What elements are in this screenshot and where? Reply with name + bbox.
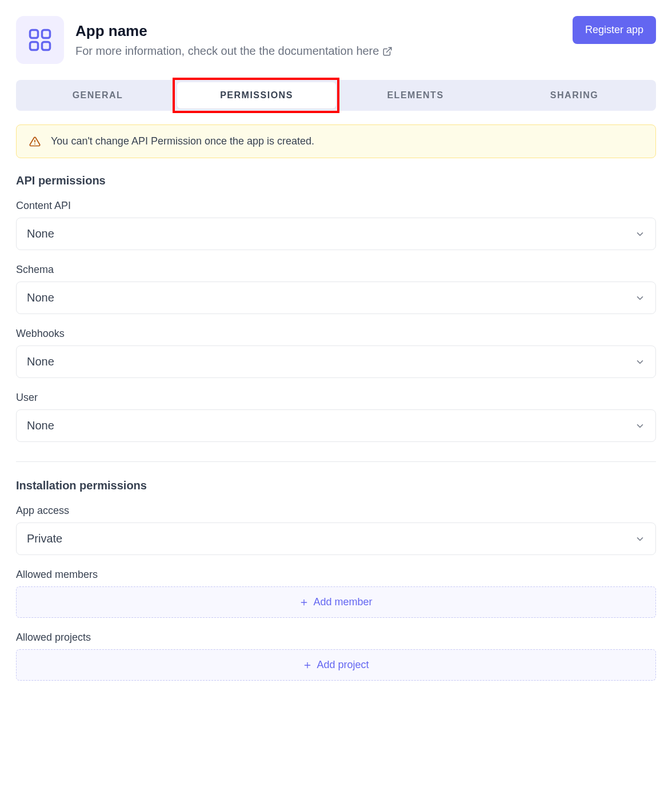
warning-banner: You can't change API Permission once the… (16, 124, 656, 158)
plus-icon (303, 661, 312, 670)
schema-select[interactable]: None (16, 282, 656, 314)
field-content-api: Content API None (16, 200, 656, 250)
api-permissions-title: API permissions (16, 174, 656, 187)
installation-permissions-title: Installation permissions (16, 479, 656, 492)
app-access-value: Private (27, 532, 62, 545)
app-icon (16, 16, 64, 64)
webhooks-value: None (27, 355, 54, 368)
chevron-down-icon (635, 421, 645, 431)
webhooks-select[interactable]: None (16, 345, 656, 378)
app-access-select[interactable]: Private (16, 522, 656, 555)
content-api-label: Content API (16, 200, 656, 212)
chevron-down-icon (635, 293, 645, 303)
chevron-down-icon (635, 534, 645, 544)
register-app-button[interactable]: Register app (573, 16, 656, 44)
chevron-down-icon (635, 357, 645, 367)
allowed-projects-label: Allowed projects (16, 632, 656, 644)
field-app-access: App access Private (16, 505, 656, 555)
field-webhooks: Webhooks None (16, 328, 656, 378)
add-project-label: Add project (317, 659, 369, 671)
documentation-link[interactable]: here (356, 45, 393, 58)
user-select[interactable]: None (16, 409, 656, 442)
tab-bar: General Permissions Elements Sharing (16, 80, 656, 111)
svg-rect-3 (42, 42, 50, 50)
add-project-button[interactable]: Add project (16, 649, 656, 681)
tab-permissions[interactable]: Permissions (177, 82, 336, 108)
grid-icon (28, 28, 52, 52)
svg-rect-0 (30, 30, 38, 38)
header-left: App name For more information, check out… (16, 16, 393, 64)
svg-line-4 (387, 47, 391, 52)
svg-rect-2 (30, 42, 38, 50)
app-subtitle: For more information, check out the the … (75, 45, 393, 58)
webhooks-label: Webhooks (16, 328, 656, 340)
chevron-down-icon (635, 229, 645, 239)
external-link-icon (382, 46, 393, 57)
subtitle-prefix: For more information, check out the the … (75, 45, 356, 57)
app-title: App name (75, 22, 393, 40)
add-member-label: Add member (313, 596, 372, 608)
content-api-select[interactable]: None (16, 218, 656, 250)
schema-label: Schema (16, 264, 656, 276)
content-api-value: None (27, 227, 54, 240)
warning-text: You can't change API Permission once the… (51, 135, 314, 147)
tab-sharing[interactable]: Sharing (495, 82, 654, 108)
header-text-block: App name For more information, check out… (75, 22, 393, 58)
documentation-link-label: here (356, 45, 379, 58)
tab-elements[interactable]: Elements (336, 82, 495, 108)
tab-general[interactable]: General (18, 82, 177, 108)
page-header: App name For more information, check out… (16, 16, 656, 64)
add-member-button[interactable]: Add member (16, 586, 656, 618)
app-access-label: App access (16, 505, 656, 517)
schema-value: None (27, 291, 54, 304)
field-allowed-projects: Allowed projects Add project (16, 632, 656, 681)
allowed-members-label: Allowed members (16, 569, 656, 581)
warning-icon (29, 136, 41, 147)
field-schema: Schema None (16, 264, 656, 314)
plus-icon (299, 598, 309, 607)
svg-rect-1 (42, 30, 50, 38)
user-label: User (16, 392, 656, 404)
field-allowed-members: Allowed members Add member (16, 569, 656, 618)
user-value: None (27, 419, 54, 432)
section-divider (16, 461, 656, 462)
field-user: User None (16, 392, 656, 442)
